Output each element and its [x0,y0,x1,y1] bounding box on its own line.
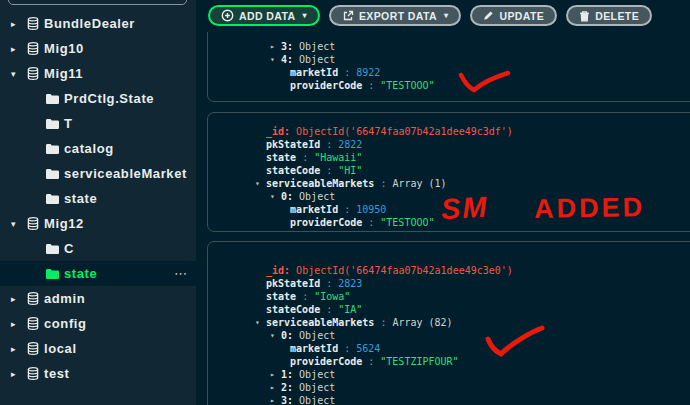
field-separator: : [284,126,296,137]
folder-icon [46,94,59,104]
sidebar-item-label: catalog [64,141,114,156]
database-icon [27,367,39,380]
field-key: marketId [290,67,338,78]
field-value: "HI" [338,165,362,176]
database-icon [27,292,39,305]
document-list: ▸3: Object▾4: ObjectmarketId : 8922provi… [196,32,690,405]
sidebar-item-Mig10[interactable]: ▸Mig10 [0,36,196,61]
sidebar-item-config[interactable]: ▸config [0,311,196,336]
folder-icon [46,119,59,129]
field-value: 8922 [356,67,380,78]
chevron-down-icon[interactable]: ▾ [11,69,22,79]
document-card-doc-1-partial: ▸3: Object▾4: ObjectmarketId : 8922provi… [207,32,690,102]
field-separator: : [284,265,296,276]
add-data-button[interactable]: ADD DATA ▾ [208,5,320,26]
field-value: ObjectId('66474faa07b42a1dee49c3e0') [296,265,513,276]
sidebar-item-admin[interactable]: ▸admin [0,286,196,311]
field-value: Object [299,382,335,393]
database-icon [27,217,39,230]
field-separator: : [338,343,356,354]
chevron-right-icon[interactable]: ▸ [11,294,22,304]
field-key: marketId [290,204,338,215]
export-data-button[interactable]: EXPORT DATA ▾ [329,5,462,26]
field-value: ObjectId('66474faa07b42a1dee49c3df') [296,126,513,137]
expand-arrow-icon[interactable]: ▸ [270,381,275,394]
field-value: "Hawaii" [314,152,362,163]
sidebar-item-local[interactable]: ▸local [0,336,196,361]
collapse-arrow-icon[interactable]: ▾ [255,316,260,329]
field-value: "IA" [338,304,362,315]
more-options-icon[interactable]: ⋯ [174,266,188,281]
expand-arrow-icon[interactable]: ▸ [270,40,275,53]
chevron-right-icon[interactable]: ▸ [11,19,22,29]
chevron-right-icon[interactable]: ▸ [11,369,22,379]
collapse-arrow-icon[interactable]: ▾ [270,329,275,342]
field-separator: : [296,291,314,302]
document-field-line: pkStateId : 2823 [208,277,690,290]
document-field-line: ▾0: Object [208,329,690,342]
document-field-line: ▾serviceableMarkets : Array (82) [208,316,690,329]
chevron-right-icon[interactable]: ▸ [11,319,22,329]
field-value: "TESTOOO" [380,217,434,228]
field-key: stateCode [266,304,320,315]
chevron-right-icon[interactable]: ▸ [11,44,22,54]
collapse-arrow-icon[interactable]: ▾ [270,53,275,66]
field-separator: : [362,217,380,228]
document-field-line: _id: ObjectId('66474faa07b42a1dee49c3e0'… [208,264,690,277]
sidebar-item-label: state [64,191,97,206]
collapse-arrow-icon[interactable]: ▾ [255,177,260,190]
chevron-down-icon[interactable]: ▾ [11,219,22,229]
database-tree: ▸BundleDealer▸Mig10▾Mig11PrdCtlg.StateTc… [0,11,196,386]
field-value: Object [299,395,335,405]
sidebar-item-test[interactable]: ▸test [0,361,196,386]
chevron-right-icon[interactable]: ▸ [11,344,22,354]
document-card-doc-hawaii: _id: ObjectId('66474faa07b42a1dee49c3df'… [207,112,690,232]
sidebar-item-label: state [64,266,97,281]
sidebar-item-state[interactable]: state⋯ [0,261,196,286]
sidebar-item-serviceableMarket[interactable]: serviceableMarket [0,161,196,186]
plus-circle-icon [221,9,234,22]
document-field-line: stateCode : "HI" [208,164,690,177]
field-key: providerCode [290,356,362,367]
toolbar: ADD DATA ▾ EXPORT DATA ▾ UPDATE DELETE [196,0,690,32]
add-data-label: ADD DATA [239,10,295,22]
chevron-down-icon: ▾ [302,11,306,20]
collapse-arrow-icon[interactable]: ▾ [270,190,275,203]
field-key: marketId [290,343,338,354]
expand-arrow-icon[interactable]: ▸ [270,368,275,381]
sidebar-item-BundleDealer[interactable]: ▸BundleDealer [0,11,196,36]
document-field-line: providerCode : "TESTOOO" [208,216,690,229]
document-field-line: ▾4: Object [208,53,690,66]
document-card-doc-iowa: _id: ObjectId('66474faa07b42a1dee49c3e0'… [207,241,690,405]
field-separator: : [362,356,380,367]
sidebar-item-label: Mig12 [44,216,84,231]
document-field-line: ▸3: Object [208,40,690,53]
field-separator: : [287,191,299,202]
expand-arrow-icon[interactable]: ▸ [270,394,275,405]
sidebar-item-PrdCtlg.State[interactable]: PrdCtlg.State [0,86,196,111]
sidebar-item-Mig11[interactable]: ▾Mig11 [0,61,196,86]
field-separator: : [374,178,392,189]
field-key: stateCode [266,165,320,176]
document-field-line: marketId : 5624 [208,342,690,355]
sidebar-item-C[interactable]: C [0,236,196,261]
sidebar-item-T[interactable]: T [0,111,196,136]
chevron-down-icon: ▾ [444,11,448,20]
field-value: Object [299,54,335,65]
sidebar-item-label: C [64,241,74,256]
field-key: state [266,291,296,302]
document-field-line: state : "Iowa" [208,290,690,303]
sidebar-item-catalog[interactable]: catalog [0,136,196,161]
folder-icon [46,244,59,254]
sidebar-search-input[interactable] [8,0,187,5]
field-separator: : [320,165,338,176]
sidebar-item-label: admin [44,291,85,306]
update-button[interactable]: UPDATE [470,5,557,26]
sidebar-item-Mig12[interactable]: ▾Mig12 [0,211,196,236]
sidebar-item-label: serviceableMarket [64,166,187,181]
field-key: pkStateId [266,139,320,150]
document-field-line: marketId : 8922 [208,66,690,79]
document-field-line: marketId : 10950 [208,203,690,216]
delete-button[interactable]: DELETE [566,5,652,26]
sidebar-item-state[interactable]: state [0,186,196,211]
